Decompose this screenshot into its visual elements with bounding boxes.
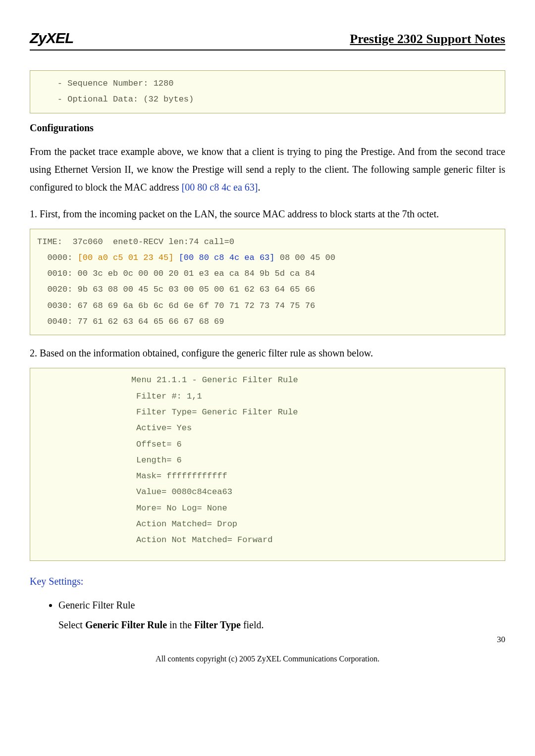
text-run: Select — [58, 619, 85, 630]
text-run: 08 00 45 00 — [275, 253, 335, 262]
text-bold: Generic Filter Rule — [85, 619, 167, 630]
mac-address-orange: [00 a0 c5 01 23 45] — [78, 253, 174, 262]
menu-line: Action Not Matched= Forward — [131, 532, 498, 548]
menu-line: Filter Type= Generic Filter Rule — [131, 404, 498, 420]
heading-configurations: Configurations — [30, 122, 505, 134]
packet-trace-block: TIME: 37c060 enet0-RECV len:74 call=0 00… — [30, 229, 505, 336]
paragraph-step2: 2. Based on the information obtained, co… — [30, 344, 505, 362]
bullet-subline: Select Generic Filter Rule in the Filter… — [58, 616, 505, 634]
menu-line: Mask= ffffffffffff — [131, 468, 498, 484]
menu-block: Menu 21.1.1 - Generic Filter Rule Filter… — [30, 368, 505, 560]
heading-key-settings: Key Settings: — [30, 576, 505, 587]
paragraph-intro: From the packet trace example above, we … — [30, 143, 505, 196]
menu-inner: Menu 21.1.1 - Generic Filter Rule Filter… — [37, 372, 498, 548]
paragraph-step1: 1. First, from the incoming packet on th… — [30, 205, 505, 223]
code-line: - Sequence Number: 1280 — [37, 79, 173, 88]
page-number: 30 — [497, 635, 505, 645]
trace-line: TIME: 37c060 enet0-RECV len:74 call=0 — [37, 237, 234, 247]
trace-line: 0000: [00 a0 c5 01 23 45] [00 80 c8 4c e… — [37, 253, 335, 262]
header-title: Prestige 2302 Support Notes — [350, 32, 505, 47]
mac-address-blue: [00 80 c8 4c ea 63] — [182, 182, 258, 193]
menu-line: Action Matched= Drop — [131, 516, 498, 532]
trace-line: 0030: 67 68 69 6a 6b 6c 6d 6e 6f 70 71 7… — [37, 301, 315, 310]
text-run: field. — [241, 619, 264, 630]
text-run: 0000: — [37, 253, 78, 262]
menu-line: Value= 0080c84cea63 — [131, 484, 498, 500]
list-item: Generic Filter Rule — [58, 596, 505, 614]
code-block-seq: - Sequence Number: 1280 - Optional Data:… — [30, 70, 505, 113]
trace-line: 0040: 77 61 62 63 64 65 66 67 68 69 — [37, 317, 224, 326]
text-run: . — [258, 182, 260, 193]
zyxel-logo: ZyXEL — [30, 30, 73, 47]
text-run: From the packet trace example above, we … — [30, 146, 505, 193]
text-run — [173, 253, 178, 262]
text-bold: Filter Type — [194, 619, 241, 630]
header-divider — [30, 50, 505, 50]
mac-address-blue: [00 80 c8 4c ea 63] — [179, 253, 275, 262]
menu-line: More= No Log= None — [131, 501, 498, 516]
trace-line: 0020: 9b 63 08 00 45 5c 03 00 05 00 61 6… — [37, 285, 315, 294]
menu-line: Offset= 6 — [131, 437, 498, 453]
menu-line: Filter #: 1,1 — [131, 389, 498, 404]
menu-line: Active= Yes — [131, 420, 498, 436]
menu-title: Menu 21.1.1 - Generic Filter Rule — [131, 372, 498, 388]
menu-line: Length= 6 — [131, 453, 498, 468]
page-header: ZyXEL Prestige 2302 Support Notes — [30, 30, 505, 49]
trace-line: 0010: 00 3c eb 0c 00 00 20 01 e3 ea ca 8… — [37, 269, 315, 278]
code-line: - Optional Data: (32 bytes) — [37, 95, 194, 104]
bullet-list: Generic Filter Rule — [58, 596, 505, 614]
text-run: in the — [167, 619, 194, 630]
footer-copyright: All contents copyright (c) 2005 ZyXEL Co… — [30, 655, 505, 663]
